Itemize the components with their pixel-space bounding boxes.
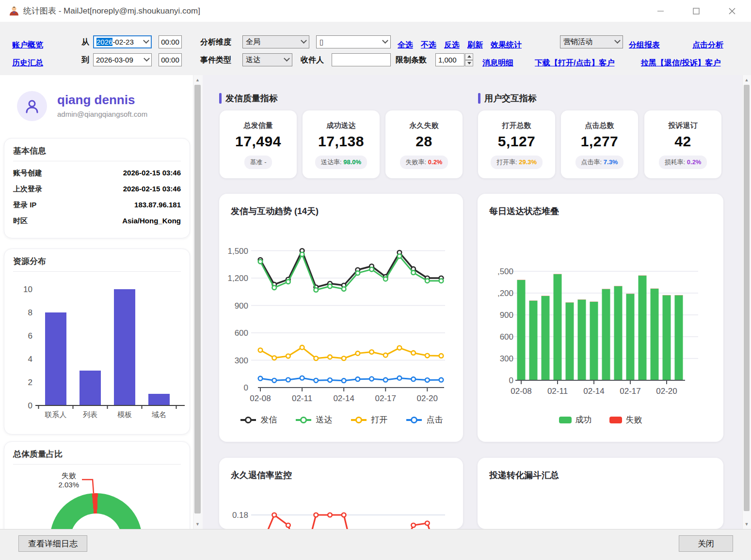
kpi-title: 投诉退订	[669, 121, 698, 130]
scrollbar-thumb[interactable]	[744, 85, 750, 511]
campaign-value: 营销活动	[563, 37, 592, 47]
invert-select-link[interactable]: 反选	[444, 38, 460, 51]
kpi-badge: 基准 -	[244, 156, 272, 169]
trend-line-chart: 03006009001,2001,50002-0802-1102-1402-17…	[219, 194, 463, 409]
svg-text:0: 0	[244, 383, 248, 392]
svg-text:4: 4	[28, 355, 32, 364]
download-openclick-customers-link[interactable]: 下载【打开/点击】客户	[535, 56, 614, 69]
svg-text:0: 0	[28, 401, 32, 410]
section-quality-header: 发信质量指标	[219, 93, 278, 104]
view-detail-log-button[interactable]: 查看详细日志	[18, 535, 87, 552]
dimension-item-select[interactable]: ▯	[316, 35, 391, 48]
kpi-title: 总发信量	[244, 121, 273, 130]
campaign-select[interactable]: 营销活动	[560, 35, 623, 48]
kpi-card-delivered: 成功送达 17,138 送达率: 98.0%	[303, 110, 380, 178]
dimension-item-value: ▯	[320, 38, 323, 47]
from-date-picker[interactable]: 2026-02-23	[93, 35, 152, 48]
donut-hole	[70, 513, 122, 529]
kpi-card-total-sent: 总发信量 17,494 基准 -	[220, 110, 297, 178]
divider	[13, 161, 181, 161]
chevron-down-icon	[301, 37, 307, 44]
from-date-rest-text: -02-23	[112, 38, 133, 46]
refresh-link[interactable]: 刷新	[467, 38, 483, 51]
stack-chart-legend: 成功失败	[478, 414, 723, 425]
arrow-down-icon	[467, 62, 471, 64]
svg-text:,200: ,200	[497, 289, 513, 298]
sidebar-scrollbar[interactable]: ▲ ▼	[193, 75, 204, 529]
main-content: 发信质量指标 用户交互指标 总发信量 17,494 基准 - 成功送达 17,1…	[203, 75, 742, 529]
kpi-badge: 失败率: 0.2%	[400, 156, 448, 169]
scroll-down-icon[interactable]: ▼	[743, 520, 751, 528]
svg-text:联系人: 联系人	[45, 410, 67, 419]
basic-info-card: 基本信息 账号创建 2026-02-15 03:46 上次登录 2026-02-…	[4, 138, 190, 238]
svg-text:02-14: 02-14	[333, 394, 354, 403]
kpi-card-hard-fail: 永久失败 28 失败率: 0.2%	[385, 110, 463, 178]
dimension-select[interactable]: 全局	[242, 35, 309, 48]
svg-text:1,500: 1,500	[227, 247, 248, 256]
kpi-value: 42	[674, 133, 691, 150]
select-all-link[interactable]: 全选	[398, 38, 413, 51]
scroll-up-icon[interactable]: ▲	[743, 76, 751, 84]
message-detail-link[interactable]: 消息明细	[482, 56, 513, 69]
close-icon	[729, 8, 735, 15]
scroll-down-icon[interactable]: ▼	[193, 520, 202, 528]
blacklist-bounce-complaint-customers-link[interactable]: 拉黑【退信/投诉】客户	[641, 56, 720, 69]
to-label: 到	[81, 53, 89, 66]
click-analysis-link[interactable]: 点击分析	[692, 38, 723, 51]
trend-chart-title: 发信与互动趋势 (14天)	[231, 205, 319, 217]
section-interaction-header: 用户交互指标	[478, 93, 537, 104]
arrow-up-icon	[467, 55, 471, 58]
maximize-button[interactable]	[685, 3, 708, 18]
accent-bar	[219, 93, 222, 104]
to-date-picker[interactable]: 2026-03-09	[93, 53, 152, 66]
basic-info-title: 基本信息	[13, 145, 46, 156]
svg-text:1,200: 1,200	[227, 274, 248, 283]
limit-stepper[interactable]	[465, 53, 473, 66]
trend-chart-legend: 发信送达打开点击	[219, 414, 463, 425]
event-type-select[interactable]: 送达	[242, 53, 292, 66]
to-time-input[interactable]: 00:00	[159, 53, 182, 66]
dimension-label: 分析维度	[200, 35, 231, 48]
kpi-title: 成功送达	[327, 121, 356, 130]
chevron-down-icon	[143, 37, 149, 44]
info-value: 183.87.96.181	[134, 201, 181, 209]
stepper-down-button[interactable]	[465, 60, 473, 67]
quality-card: 总体质量占比 失败 2.03%	[4, 441, 190, 529]
chevron-down-icon	[144, 55, 150, 62]
limit-input[interactable]: 1,000	[435, 53, 464, 66]
svg-text:10: 10	[23, 285, 32, 294]
close-button[interactable]	[720, 3, 744, 18]
dimension-value: 全局	[246, 37, 260, 47]
stack-chart-card: 每日送达状态堆叠 0300600900,200,50002-0802-1102-…	[478, 194, 723, 442]
scroll-up-icon[interactable]: ▲	[193, 76, 202, 84]
svg-text:2: 2	[28, 378, 32, 387]
section-title: 发信质量指标	[225, 93, 278, 104]
kpi-value: 5,127	[498, 133, 536, 150]
section-title: 用户交互指标	[484, 93, 537, 104]
stepper-up-button[interactable]	[465, 53, 473, 60]
close-dialog-button[interactable]: 关闭	[679, 535, 733, 552]
select-none-link[interactable]: 不选	[421, 38, 436, 51]
chevron-down-icon	[382, 37, 388, 44]
sidebar: qiang dennis admin@qiangqiangsoft.com 基本…	[0, 75, 193, 529]
user-icon	[24, 98, 40, 114]
nav-account-overview-link[interactable]: 账户概览	[12, 38, 43, 51]
kpi-card-complaints: 投诉退订 42 损耗率: 0.2%	[644, 110, 721, 178]
title-bar: 统计图表 - MailJet[noreply@mj.shoukuanyi.com…	[0, 0, 751, 22]
svg-text:02-11: 02-11	[292, 394, 312, 403]
event-type-label: 事件类型	[200, 53, 231, 66]
effect-stats-link[interactable]: 效果统计	[491, 38, 522, 51]
svg-text:6: 6	[28, 331, 32, 341]
info-label: 登录 IP	[13, 201, 36, 210]
minimize-button[interactable]	[649, 3, 672, 18]
recipient-input[interactable]	[332, 53, 391, 66]
from-time-input[interactable]: 00:00	[159, 35, 182, 48]
nav-history-summary-link[interactable]: 历史汇总	[12, 56, 43, 69]
scrollbar-thumb[interactable]	[194, 85, 201, 513]
svg-text:8: 8	[28, 308, 32, 317]
svg-text:02-20: 02-20	[656, 387, 677, 396]
funnel-title: 投递转化漏斗汇总	[489, 469, 559, 481]
main-scrollbar[interactable]: ▲ ▼	[742, 75, 751, 529]
footer-bar: 查看详细日志 关闭	[0, 529, 751, 560]
group-report-link[interactable]: 分组报表	[629, 38, 660, 51]
